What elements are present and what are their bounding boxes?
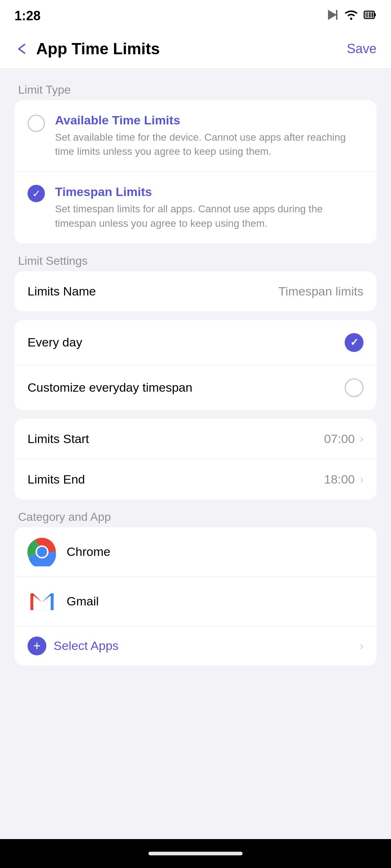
limits-start-chevron: › (360, 433, 363, 445)
svg-marker-0 (328, 10, 337, 20)
customize-check (345, 378, 363, 397)
timespan-checkmark: ✓ (28, 185, 45, 202)
every-day-check (345, 333, 363, 352)
time-card: Limits Start 07:00 › Limits End 18:00 › (14, 419, 377, 499)
category-app-label: Category and App (14, 510, 377, 524)
every-day-label: Every day (28, 335, 82, 349)
limits-name-row: Limits Name Timespan limits (14, 271, 377, 311)
svg-rect-1 (336, 10, 337, 20)
customize-label: Customize everyday timespan (28, 380, 192, 395)
limit-settings-section: Limit Settings Limits Name Timespan limi… (14, 254, 377, 499)
back-button[interactable] (14, 42, 29, 56)
timespan-title: Timespan Limits (55, 185, 363, 199)
page-title: App Time Limits (36, 40, 347, 58)
gmail-icon (28, 587, 56, 616)
chrome-app-row: Chrome (14, 527, 377, 577)
header: App Time Limits Save (0, 29, 391, 69)
available-desc: Set available time for the device. Canno… (55, 130, 363, 158)
limits-start-row[interactable]: Limits Start 07:00 › (14, 419, 377, 459)
available-time-limits-option[interactable]: Available Time Limits Set available time… (14, 100, 377, 172)
limit-type-section: Limit Type Available Time Limits Set ava… (14, 83, 377, 243)
limits-end-label: Limits End (28, 472, 85, 486)
chrome-icon (28, 537, 56, 566)
chrome-app-name: Chrome (67, 545, 110, 559)
home-indicator (148, 852, 243, 855)
limits-start-label: Limits Start (28, 432, 89, 446)
category-app-section: Category and App (14, 510, 377, 665)
svg-rect-8 (365, 12, 368, 17)
gmail-app-name: Gmail (67, 594, 99, 608)
select-apps-row[interactable]: + Select Apps › (14, 626, 377, 665)
schedule-card: Every day Customize everyday timespan (14, 320, 377, 410)
svg-point-12 (37, 547, 47, 557)
timespan-text: Timespan Limits Set timespan limits for … (55, 185, 363, 230)
limits-name-label: Limits Name (28, 284, 96, 298)
available-radio (28, 115, 45, 132)
select-apps-chevron: › (360, 640, 363, 652)
limit-type-card: Available Time Limits Set available time… (14, 100, 377, 243)
battery-icon (363, 8, 377, 24)
limit-settings-label: Limit Settings (14, 254, 377, 268)
plus-icon: + (28, 637, 46, 655)
timespan-desc: Set timespan limits for all apps. Cannot… (55, 202, 363, 230)
limits-start-right: 07:00 › (324, 432, 363, 446)
apps-card: Chrome (14, 527, 377, 665)
limits-name-value: Timespan limits (278, 284, 363, 298)
timespan-limits-option[interactable]: ✓ Timespan Limits Set timespan limits fo… (14, 172, 377, 243)
available-text: Available Time Limits Set available time… (55, 113, 363, 158)
limits-name-card: Limits Name Timespan limits (14, 271, 377, 311)
bottom-bar (0, 839, 391, 868)
limits-end-chevron: › (360, 473, 363, 485)
plus-symbol: + (33, 639, 41, 652)
save-button[interactable]: Save (347, 41, 377, 56)
limits-end-right: 18:00 › (324, 472, 363, 486)
status-time: 1:28 (14, 8, 41, 24)
limits-end-row[interactable]: Limits End 18:00 › (14, 459, 377, 499)
select-apps-label: Select Apps (54, 639, 353, 653)
limits-start-value: 07:00 (324, 432, 355, 446)
content: Limit Type Available Time Limits Set ava… (0, 69, 391, 839)
every-day-row[interactable]: Every day (14, 320, 377, 365)
limit-type-label: Limit Type (14, 83, 377, 97)
available-title: Available Time Limits (55, 113, 363, 127)
svg-point-2 (350, 18, 352, 20)
customize-row[interactable]: Customize everyday timespan (14, 365, 377, 410)
svg-rect-4 (374, 13, 376, 16)
play-icon (326, 8, 339, 24)
gmail-app-row: Gmail (14, 577, 377, 626)
limits-end-value: 18:00 (324, 472, 355, 486)
status-icons (326, 8, 377, 24)
wifi-icon (344, 8, 358, 24)
status-bar: 1:28 (0, 0, 391, 29)
